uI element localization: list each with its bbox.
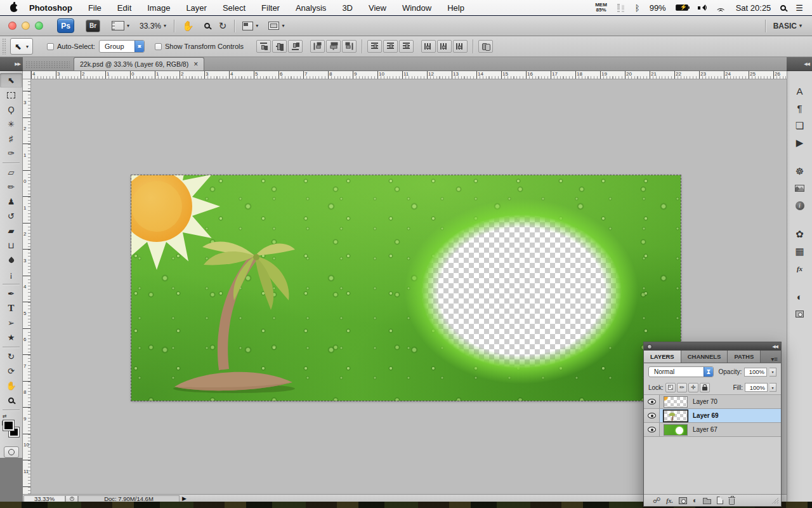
delete-layer-button[interactable] (729, 497, 735, 505)
clone-stamp-tool[interactable]: ♟ (0, 194, 22, 209)
zoom-window-button[interactable] (35, 22, 43, 30)
options-bar-grip[interactable] (2, 38, 6, 55)
lock-transparency-button[interactable] (665, 383, 676, 392)
eyedropper-tool[interactable]: ✑ (0, 146, 22, 161)
layer-visibility-toggle[interactable] (644, 395, 660, 408)
arrange-documents-button[interactable]: ▾ (242, 22, 258, 30)
link-layers-button[interactable]: ☍ (653, 496, 660, 505)
menu-help[interactable]: Help (447, 3, 464, 13)
swap-colors-icon[interactable]: ⇄ (3, 413, 7, 419)
layer-comps-panel-button[interactable]: ❏ (787, 117, 812, 134)
opacity-dropdown-button[interactable]: ▾ (769, 368, 776, 377)
layer-thumbnail-palm[interactable] (664, 410, 688, 422)
menu-analysis[interactable]: Analysis (296, 3, 326, 13)
distribute-vertical-centers-button[interactable] (383, 40, 398, 53)
new-adjustment-layer-button[interactable]: ◐ (693, 496, 697, 505)
menu-view[interactable]: View (369, 3, 386, 13)
workspace-switcher[interactable]: BASIC ▾ (757, 20, 802, 32)
lock-pixels-button[interactable]: ✏ (677, 383, 687, 392)
rotate-view-button[interactable]: ↻ (219, 20, 227, 32)
new-group-button[interactable] (703, 497, 711, 504)
menu-bar-clock[interactable]: Sat 20:25 (736, 3, 771, 13)
layer-thumbnail-scene[interactable] (664, 424, 688, 436)
fill-field[interactable]: 100% (745, 383, 768, 392)
type-tool[interactable]: T (0, 301, 22, 316)
distribute-horizontal-centers-button[interactable] (437, 40, 452, 53)
paragraph-panel-button[interactable]: ¶ (787, 100, 812, 117)
menu-edit[interactable]: Edit (117, 3, 131, 13)
wifi-icon[interactable] (716, 4, 726, 11)
menu-window[interactable]: Window (402, 3, 431, 13)
volume-icon[interactable] (698, 4, 706, 11)
custom-shape-tool[interactable]: ★ (0, 330, 22, 345)
3d-rotate-tool[interactable]: ↻ (0, 349, 22, 364)
crop-tool[interactable]: ♯ (0, 131, 22, 146)
zoom-tool-button[interactable] (204, 23, 210, 29)
distribute-right-edges-button[interactable] (453, 40, 468, 53)
align-top-edges-button[interactable] (256, 40, 271, 53)
align-vertical-centers-button[interactable] (272, 40, 287, 53)
document-tab[interactable]: 22k.psd @ 33.3% (Layer 69, RGB/8) × (74, 57, 204, 70)
document-canvas[interactable] (131, 175, 681, 401)
layer-thumbnail-sun[interactable] (664, 396, 688, 408)
brush-tool[interactable]: ✏ (0, 180, 22, 194)
panel-resize-grip[interactable] (772, 497, 778, 504)
zoom-level-dropdown[interactable]: 33.3% ▾ (129, 22, 166, 30)
quick-mask-mode-button[interactable] (4, 446, 19, 458)
horizontal-ruler[interactable]: 4321012345678910111213141516171819202122… (31, 71, 787, 79)
cpu-meter-icon[interactable] (617, 3, 625, 12)
ruler-origin-corner[interactable] (23, 71, 31, 79)
opacity-field[interactable]: 100% (744, 368, 767, 377)
magic-wand-tool[interactable]: ✳ (0, 117, 22, 131)
swatches-panel-button[interactable]: ▦ (787, 243, 812, 260)
panel-collapse-icon[interactable]: ◀◀ (772, 344, 778, 349)
launch-bridge-button[interactable]: Br (86, 20, 100, 32)
layer-row-layer-67[interactable]: Layer 67 (644, 423, 781, 437)
menu-file[interactable]: File (88, 3, 102, 13)
eraser-tool[interactable]: ▰ (0, 224, 22, 238)
vertical-ruler[interactable]: 32101234567891011 (23, 79, 31, 494)
tab-layers[interactable]: LAYERS (644, 351, 681, 363)
lasso-tool[interactable]: Ϙ (0, 102, 22, 117)
panel-close-button[interactable] (647, 344, 652, 349)
distribute-top-edges-button[interactable] (367, 40, 382, 53)
tab-channels[interactable]: CHANNELS (681, 351, 728, 363)
menu-3d[interactable]: 3D (342, 3, 353, 13)
pen-tool[interactable]: ✒ (0, 286, 22, 301)
3d-orbit-tool[interactable]: ⟳ (0, 364, 22, 378)
distribute-left-edges-button[interactable] (421, 40, 436, 53)
info-panel-button[interactable]: i (787, 197, 812, 214)
bluetooth-icon[interactable]: ᛒ (635, 3, 640, 13)
layers-panel-title-bar[interactable]: ◀◀ (644, 342, 781, 351)
masks-panel-button[interactable] (787, 305, 812, 323)
align-right-edges-button[interactable] (342, 40, 357, 53)
auto-select-mode-dropdown[interactable]: Group (99, 40, 145, 53)
layer-style-button[interactable]: fx. (666, 497, 673, 504)
battery-icon[interactable]: ⚡ (676, 4, 688, 11)
align-bottom-edges-button[interactable] (288, 40, 303, 53)
status-menu-arrow-icon[interactable]: ▶ (182, 495, 187, 502)
layer-visibility-toggle[interactable] (644, 423, 660, 436)
align-left-edges-button[interactable] (310, 40, 325, 53)
screen-mode-button[interactable]: ▾ (268, 22, 284, 30)
new-layer-button[interactable] (717, 497, 723, 504)
adjustments-panel-button[interactable]: ◐ (787, 288, 812, 305)
menu-image[interactable]: Image (147, 3, 170, 13)
view-extras-button[interactable]: ▾ (100, 21, 129, 30)
dodge-tool[interactable]: ¡ (0, 267, 22, 282)
tab-paths[interactable]: PATHS (728, 351, 761, 363)
add-layer-mask-button[interactable] (679, 497, 687, 504)
auto-select-checkbox[interactable] (47, 43, 54, 50)
menu-photoshop[interactable]: Photoshop (29, 3, 72, 13)
character-panel-button[interactable]: A (787, 83, 812, 100)
lock-all-button[interactable] (700, 383, 710, 392)
fill-dropdown-button[interactable]: ▾ (769, 383, 776, 392)
spot-healing-brush-tool[interactable]: ▱ (0, 165, 22, 180)
close-window-button[interactable] (8, 22, 16, 30)
close-tab-icon[interactable]: × (193, 60, 198, 69)
layer-row-layer-69[interactable]: Layer 69 (644, 409, 781, 423)
spotlight-search-icon[interactable] (780, 5, 786, 11)
rectangular-marquee-tool[interactable] (0, 88, 22, 102)
align-horizontal-centers-button[interactable] (326, 40, 341, 53)
hand-tool[interactable]: ✋ (0, 378, 22, 393)
